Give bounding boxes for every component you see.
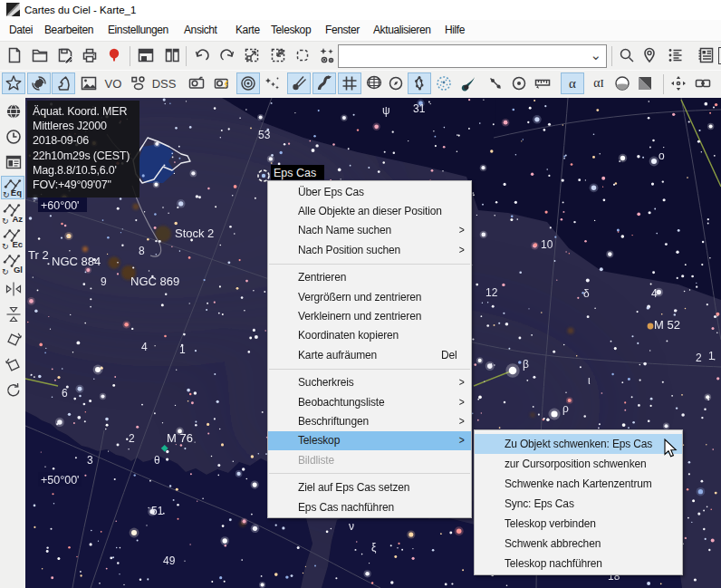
svg-text:53: 53: [258, 129, 271, 141]
svg-text:β: β: [523, 358, 529, 371]
svg-text:2: 2: [129, 432, 135, 445]
svg-text:4: 4: [141, 341, 148, 353]
svg-text:δ: δ: [583, 287, 590, 300]
svg-text:2: 2: [696, 352, 702, 364]
svg-text:6: 6: [62, 387, 68, 400]
svg-text:ν: ν: [349, 520, 354, 533]
svg-text:Stock 2: Stock 2: [175, 227, 214, 240]
svg-text:θ: θ: [154, 454, 160, 467]
svg-text:ξ: ξ: [371, 541, 377, 554]
svg-text:4: 4: [651, 287, 658, 300]
svg-text:51: 51: [151, 505, 164, 517]
svg-text:ρ: ρ: [562, 402, 569, 415]
svg-text:+50°00': +50°00': [41, 474, 80, 487]
svg-text:+60°00': +60°00': [41, 199, 80, 212]
svg-text:M 76: M 76: [167, 431, 193, 445]
svg-text:3: 3: [87, 454, 93, 467]
svg-text:10: 10: [541, 238, 553, 251]
svg-text:M 52: M 52: [654, 318, 680, 332]
svg-text:12: 12: [485, 286, 498, 299]
svg-text:49: 49: [163, 554, 176, 567]
svg-text:9: 9: [101, 275, 107, 288]
svg-text:1: 1: [179, 343, 186, 356]
svg-text:1: 1: [708, 350, 715, 362]
svg-text:8: 8: [139, 245, 145, 257]
svg-text:31: 31: [413, 102, 426, 115]
svg-text:NGC 884: NGC 884: [52, 255, 101, 268]
svg-text:ι: ι: [588, 374, 591, 387]
svg-text:o: o: [659, 149, 665, 162]
svg-text:Eps Cas: Eps Cas: [274, 167, 316, 179]
svg-text:NGC 869: NGC 869: [130, 275, 179, 288]
svg-text:Tr 2: Tr 2: [28, 248, 49, 262]
svg-text:ψ: ψ: [382, 104, 390, 117]
